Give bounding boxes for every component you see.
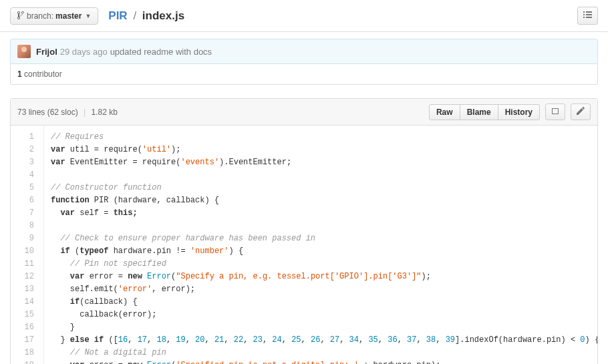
code-content[interactable]: // Requires var util = require('util'); … xyxy=(44,126,597,364)
branch-name: master xyxy=(55,11,82,21)
blame-button[interactable]: Blame xyxy=(460,104,498,120)
breadcrumb-repo[interactable]: PIR xyxy=(108,9,127,22)
breadcrumb: PIR / index.js xyxy=(108,9,184,23)
commit-time: 29 days ago xyxy=(60,47,108,57)
line-number[interactable]: 16 xyxy=(11,321,38,334)
line-number[interactable]: 11 xyxy=(11,258,38,270)
line-number[interactable]: 3 xyxy=(11,156,38,169)
file-lines: 73 lines (62 sloc) xyxy=(17,108,78,117)
branch-selector[interactable]: branch: master ▼ xyxy=(10,7,98,25)
line-number[interactable]: 19 xyxy=(11,359,38,364)
code-area: 1234567891011121314151617181920 // Requi… xyxy=(11,126,597,364)
line-number[interactable]: 12 xyxy=(11,270,38,283)
fullscreen-icon xyxy=(551,108,559,115)
caret-down-icon: ▼ xyxy=(85,13,91,19)
edit-button[interactable] xyxy=(571,104,591,120)
line-number[interactable]: 9 xyxy=(11,232,38,245)
fullscreen-button[interactable] xyxy=(545,104,565,120)
history-button[interactable]: History xyxy=(498,104,540,120)
line-number[interactable]: 8 xyxy=(11,220,38,232)
file-action-group: Raw Blame History xyxy=(429,104,540,120)
breadcrumb-file: index.js xyxy=(142,9,184,22)
file-info-divider: | xyxy=(84,108,86,117)
avatar[interactable] xyxy=(17,45,31,58)
contributors-label: contributor xyxy=(24,69,62,79)
line-number[interactable]: 13 xyxy=(11,283,38,296)
commit-author[interactable]: Frijol xyxy=(36,47,57,57)
line-number[interactable]: 1 xyxy=(11,131,38,144)
line-number[interactable]: 6 xyxy=(11,194,38,207)
line-number[interactable]: 4 xyxy=(11,169,38,182)
line-number[interactable]: 15 xyxy=(11,309,38,321)
file-info: 73 lines (62 sloc) | 1.82 kb xyxy=(17,108,118,117)
line-number[interactable]: 14 xyxy=(11,296,38,309)
file-size: 1.82 kb xyxy=(92,108,118,117)
line-number[interactable]: 7 xyxy=(11,207,38,220)
commit-message[interactable]: updated readme with docs xyxy=(110,47,212,57)
breadcrumb-sep: / xyxy=(133,9,136,22)
raw-button[interactable]: Raw xyxy=(429,104,460,120)
commit-tease: Frijol 29 days ago updated readme with d… xyxy=(10,39,598,64)
pencil-icon xyxy=(577,107,585,115)
list-view-button[interactable] xyxy=(577,7,598,25)
line-numbers: 1234567891011121314151617181920 xyxy=(11,126,44,364)
list-icon xyxy=(583,11,592,19)
file-box: 73 lines (62 sloc) | 1.82 kb Raw Blame H… xyxy=(10,98,598,364)
file-header: 73 lines (62 sloc) | 1.82 kb Raw Blame H… xyxy=(11,99,597,126)
line-number[interactable]: 10 xyxy=(11,245,38,258)
line-number[interactable]: 2 xyxy=(11,144,38,156)
line-number[interactable]: 5 xyxy=(11,182,38,194)
line-number[interactable]: 17 xyxy=(11,334,38,347)
branch-label: branch: xyxy=(27,11,53,21)
contributors-count: 1 xyxy=(17,69,22,79)
branch-icon xyxy=(17,11,24,21)
contributors-bar: 1 contributor xyxy=(10,64,598,85)
line-number[interactable]: 18 xyxy=(11,347,38,359)
